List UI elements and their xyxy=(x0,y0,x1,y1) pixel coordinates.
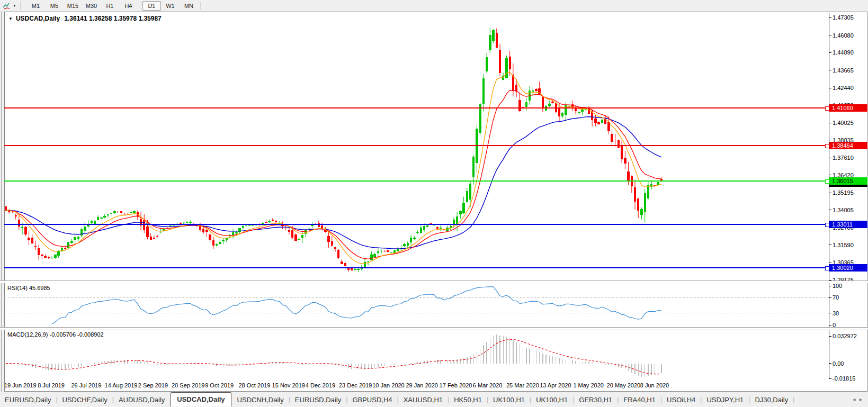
date-tick-label: 26 Jul 2019 xyxy=(71,382,101,388)
timeframe-button-m1[interactable]: M1 xyxy=(26,1,45,11)
chart-tab-eurusd-daily[interactable]: EURUSD,Daily xyxy=(0,394,56,406)
date-tick-label: 17 Feb 2020 xyxy=(440,382,472,388)
tab-scroll-arrows: ◄► xyxy=(852,397,865,402)
hline-endpoint-marker[interactable] xyxy=(825,223,829,227)
chart-tab-gbpusd-h4[interactable]: GBPUSD,H4 xyxy=(347,394,397,406)
timeframe-button-h4[interactable]: H4 xyxy=(119,1,138,11)
price-tick-label: 1.46080 xyxy=(833,32,854,39)
timeframe-button-d1[interactable]: D1 xyxy=(142,1,161,11)
chart-tab-eurusd-daily[interactable]: EURUSD,Daily xyxy=(290,394,346,406)
macd-chart-canvas[interactable] xyxy=(0,329,868,379)
macd-tick-label: -0.01815 xyxy=(833,375,855,382)
date-tick-label: 8 Jul 2019 xyxy=(38,382,65,388)
date-tick-label: 23 Dec 2019 xyxy=(339,382,372,388)
toolbar-grip xyxy=(20,2,24,10)
macd-tick-label: 0.032972 xyxy=(833,333,857,339)
price-tick-label: 1.43665 xyxy=(833,67,854,74)
rsi-tick-label: 30 xyxy=(833,310,839,316)
rsi-tick-label: 100 xyxy=(833,283,842,289)
hline-price-badge: 1.36015 xyxy=(829,177,867,185)
cursor-mode-caret-icon[interactable]: ▼ xyxy=(13,4,16,7)
date-tick-label: 28 Oct 2019 xyxy=(238,382,270,388)
toolbar-separator xyxy=(200,2,201,10)
chart-dropdown-icon[interactable]: ▼ xyxy=(8,16,13,21)
timeframe-button-m5[interactable]: M5 xyxy=(45,1,64,11)
timeframe-button-h1[interactable]: H1 xyxy=(101,1,119,11)
price-tick-label: 1.42440 xyxy=(833,85,854,91)
price-tick-label: 1.34005 xyxy=(833,207,854,213)
chart-tab-usdcad-daily[interactable]: USDCAD,Daily xyxy=(171,392,231,406)
timeframe-button-m15[interactable]: M15 xyxy=(64,1,82,11)
hline-endpoint-marker[interactable] xyxy=(825,266,829,270)
hline-price-badge: 1.33011 xyxy=(829,221,867,228)
chart-tab-usdcnh-daily[interactable]: USDCNH,Daily xyxy=(232,394,289,406)
date-tick-label: 25 Mar 2020 xyxy=(506,382,539,388)
chart-tabs: EURUSD,Daily|USDCHF,Daily|AUDUSD,DailyUS… xyxy=(0,392,794,406)
price-tick-label: 1.37610 xyxy=(833,155,854,161)
date-tick-label: 2 Sep 2019 xyxy=(138,382,168,388)
hline-price-badge: 1.30020 xyxy=(829,264,867,272)
price-tick-label: 1.47305 xyxy=(833,14,854,21)
chart-tab-fra40-h1[interactable]: FRA40,H1 xyxy=(619,394,660,406)
price-tick-label: 1.35195 xyxy=(833,189,854,196)
tab-scroll-left-icon[interactable]: ◄ xyxy=(852,397,858,402)
timeframe-button-m30[interactable]: M30 xyxy=(82,1,101,11)
chart-title: ▼ USDCAD,Daily 1.36141 1.36258 1.35978 1… xyxy=(8,15,162,22)
toolbar-separator xyxy=(140,2,140,10)
rsi-tick-label: 70 xyxy=(833,294,839,301)
timeframe-button-w1[interactable]: W1 xyxy=(161,1,180,11)
date-tick-label: 29 Jan 2020 xyxy=(406,382,438,388)
chart-symbol-label: USDCAD,Daily xyxy=(16,15,60,22)
chart-tab-uk100-h1[interactable]: UK100,H1 xyxy=(531,394,572,406)
panel-resize-divider[interactable] xyxy=(0,281,868,283)
chart-tab-audusd-daily[interactable]: AUDUSD,Daily xyxy=(114,394,169,406)
chart-tab-usoil-h4[interactable]: USOil,H4 xyxy=(662,394,700,406)
date-tick-label: 19 Jun 2019 xyxy=(4,382,37,388)
cursor-mode-icon[interactable]: ▼ xyxy=(2,2,17,10)
date-tick-label: 6 Mar 2020 xyxy=(473,382,503,388)
price-chart-canvas[interactable] xyxy=(0,13,868,281)
hline-price-badge: 1.41060 xyxy=(829,104,867,112)
cursor-mode-glyph xyxy=(3,2,11,10)
date-tick-label: 15 Nov 2019 xyxy=(272,382,305,388)
chart-tab-xauusd-h1[interactable]: XAUUSD,H1 xyxy=(399,394,448,406)
chart-tab-usdjpy-h1[interactable]: USDJPY,H1 xyxy=(702,394,748,406)
date-tick-label: 4 Dec 2019 xyxy=(306,382,335,388)
chart-tab-bar: EURUSD,Daily|USDCHF,Daily|AUDUSD,DailyUS… xyxy=(0,392,868,406)
hline-endpoint-marker[interactable] xyxy=(825,179,829,184)
rsi-indicator-label: RSI(14) 45.6985 xyxy=(7,285,50,291)
chart-tab-dj30-daily[interactable]: DJ30,Daily xyxy=(750,394,793,406)
price-tick-label: 1.31590 xyxy=(833,242,854,248)
chart-ohlc-values: 1.36141 1.36258 1.35978 1.35987 xyxy=(64,15,162,22)
timeframe-button-mn[interactable]: MN xyxy=(180,1,198,11)
date-tick-label: 10 Jan 2020 xyxy=(372,382,405,388)
date-tick-label: 20 Sep 2019 xyxy=(172,382,204,388)
date-tick-label: 1 May 2020 xyxy=(573,382,603,388)
date-tick-label: 13 Apr 2020 xyxy=(540,382,571,388)
macd-tick-label: 0.00 xyxy=(833,360,844,367)
panel-resize-divider[interactable] xyxy=(0,327,868,330)
chart-tab-usdchf-daily[interactable]: USDCHF,Daily xyxy=(58,394,112,406)
chart-tab-ger30-h1[interactable]: GER30,H1 xyxy=(574,394,617,406)
rsi-chart-canvas[interactable] xyxy=(0,283,868,327)
hline-price-badge: 1.38464 xyxy=(829,142,867,149)
date-tick-label: 20 May 2020 xyxy=(607,382,641,388)
tab-scroll-right-icon[interactable]: ► xyxy=(858,397,865,402)
top-toolbar: ▼ M1M5M15M30H1H4D1W1MN xyxy=(0,0,868,12)
hline-endpoint-marker[interactable] xyxy=(825,144,829,148)
tab-separator: | xyxy=(793,396,794,406)
price-tick-label: 1.40025 xyxy=(833,120,854,126)
timeframe-buttons: M1M5M15M30H1H4D1W1MN xyxy=(26,1,203,11)
macd-indicator-label: MACD(12,26,9) -0.005706 -0.008902 xyxy=(7,331,104,338)
hline-endpoint-marker[interactable] xyxy=(825,106,829,111)
price-tick-label: 1.44890 xyxy=(833,49,854,56)
date-tick-label: 9 Oct 2019 xyxy=(205,382,234,388)
date-tick-label: 8 Jun 2020 xyxy=(640,382,669,388)
date-tick-label: 14 Aug 2019 xyxy=(105,382,138,388)
chart-tab-uk100-h1[interactable]: UK100,H1 xyxy=(488,394,530,406)
chart-tab-hk50-h1[interactable]: HK50,H1 xyxy=(449,394,487,406)
